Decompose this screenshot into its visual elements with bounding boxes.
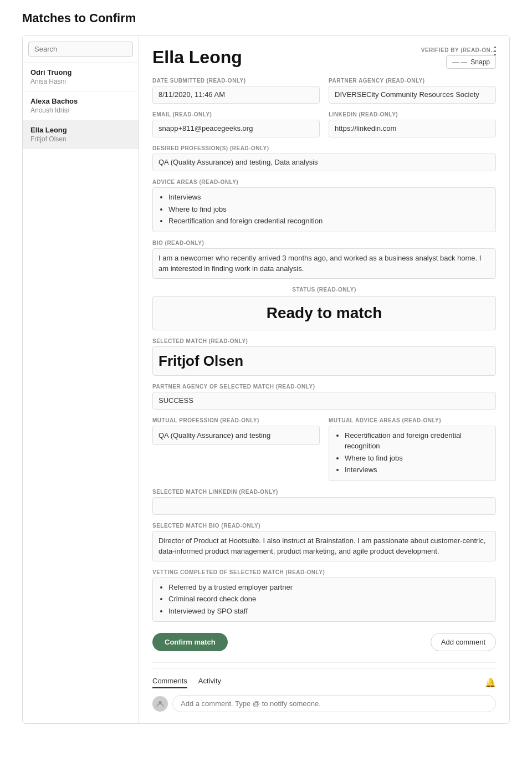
more-options-button[interactable]: ⋮ xyxy=(490,45,500,57)
mutual-advice-value: Recertification and foreign credential r… xyxy=(329,426,496,481)
vetting-item: Interviewed by SPO staff xyxy=(168,606,490,617)
advice-area-item: Where to find jobs xyxy=(168,204,490,215)
mutual-profession-value: QA (Quality Assurance) and testing xyxy=(152,426,320,446)
bio-value: I am a newcomer who recently arrived 3 m… xyxy=(152,248,496,279)
mutual-advice-item: Recertification and foreign credential r… xyxy=(345,430,490,452)
mutual-advice-item: Where to find jobs xyxy=(345,453,490,464)
selected-match-linkedin-label: SELECTED MATCH LINKEDIN (READ-ONLY) xyxy=(152,489,496,495)
mutual-advice-label: MUTUAL ADVICE AREAS (READ-ONLY) xyxy=(329,417,496,423)
sidebar-item-name: Odri Truong xyxy=(30,68,131,76)
sidebar-item-sub: Anoush Idrisi xyxy=(30,106,131,114)
linkedin-field: LINKEDIN (READ-ONLY) https://linkedin.co… xyxy=(329,111,496,137)
selected-match-label: SELECTED MATCH (READ-ONLY) xyxy=(152,338,496,344)
bell-icon[interactable]: 🔔 xyxy=(485,677,496,688)
profession-row: DESIRED PROFESSION(S) (READ-ONLY) QA (Qu… xyxy=(152,145,496,171)
selected-match-bio-label: SELECTED MATCH BIO (READ-ONLY) xyxy=(152,523,496,529)
bio-field: BIO (READ-ONLY) I am a newcomer who rece… xyxy=(152,240,496,279)
status-section: STATUS (READ-ONLY) Ready to match xyxy=(152,287,496,330)
sidebar-item-name: Ella Leong xyxy=(30,126,131,134)
status-label: STATUS (READ-ONLY) xyxy=(152,287,496,293)
add-comment-button[interactable]: Add comment xyxy=(431,633,496,651)
date-submitted-label: DATE SUBMITTED (READ-ONLY) xyxy=(152,78,320,84)
advice-field: ADVICE AREAS (READ-ONLY) InterviewsWhere… xyxy=(152,179,496,232)
tab-activity[interactable]: Activity xyxy=(198,677,221,688)
profession-value: QA (Quality Assurance) and testing, Data… xyxy=(152,154,496,171)
comment-input[interactable] xyxy=(172,695,496,712)
partner-agency-match-value: SUCCESS xyxy=(152,392,496,410)
verified-badge: — — Snapp xyxy=(446,55,496,69)
tab-comments[interactable]: Comments xyxy=(152,677,187,688)
vetting-item: Referred by a trusted employer partner xyxy=(168,582,490,593)
verified-label: VERIFIED BY (READ-ON... xyxy=(421,47,496,53)
profession-label: DESIRED PROFESSION(S) (READ-ONLY) xyxy=(152,145,496,151)
selected-match-linkedin-row: SELECTED MATCH LINKEDIN (READ-ONLY) xyxy=(152,489,496,515)
action-row: Confirm match Add comment xyxy=(152,633,496,651)
advice-row: ADVICE AREAS (READ-ONLY) InterviewsWhere… xyxy=(152,179,496,232)
verified-by-value: Snapp xyxy=(470,58,490,66)
date-submitted-field: DATE SUBMITTED (READ-ONLY) 8/11/2020, 11… xyxy=(152,78,320,104)
main-content-area: ⋮ Ella Leong VERIFIED BY (READ-ON... — —… xyxy=(139,36,509,723)
partner-agency-field: PARTNER AGENCY (READ-ONLY) DIVERSECity C… xyxy=(329,78,496,104)
partner-agency-match-row: PARTNER AGENCY OF SELECTED MATCH (READ-O… xyxy=(152,384,496,410)
advice-area-item: Recertification and foreign credential r… xyxy=(168,216,490,227)
partner-agency-value: DIVERSECity Community Resources Society xyxy=(329,86,496,104)
comments-section: Comments Activity 🔔 xyxy=(152,668,496,712)
selected-match-bio-field: SELECTED MATCH BIO (READ-ONLY) Director … xyxy=(152,523,496,561)
tab-group: Comments Activity xyxy=(152,677,221,688)
sidebar-items-list: Odri Truong Anisa Hasni Alexa Bachos Ano… xyxy=(23,63,139,149)
sidebar-item-name: Alexa Bachos xyxy=(30,97,131,105)
linkedin-value: https://linkedin.com xyxy=(329,120,496,137)
comment-input-row xyxy=(152,695,496,712)
mutual-advice-item: Interviews xyxy=(345,464,490,476)
sidebar-item-sub: Anisa Hasni xyxy=(30,78,131,85)
bio-row: BIO (READ-ONLY) I am a newcomer who rece… xyxy=(152,240,496,279)
sidebar-item-sub: Fritjof Olsen xyxy=(30,135,131,143)
partner-agency-match-field: PARTNER AGENCY OF SELECTED MATCH (READ-O… xyxy=(152,384,496,410)
partner-agency-match-label: PARTNER AGENCY OF SELECTED MATCH (READ-O… xyxy=(152,384,496,390)
main-layout: Odri Truong Anisa Hasni Alexa Bachos Ano… xyxy=(22,35,510,724)
vetting-row: VETTING COMPLETED OF SELECTED MATCH (REA… xyxy=(152,569,496,622)
selected-match-name: Fritjof Olsen xyxy=(152,346,496,376)
mutual-profession-field: MUTUAL PROFESSION (READ-ONLY) QA (Qualit… xyxy=(152,417,320,481)
snapp-icon: — — xyxy=(452,58,467,66)
bio-label: BIO (READ-ONLY) xyxy=(152,240,496,246)
date-submitted-value: 8/11/2020, 11:46 AM xyxy=(152,86,320,104)
linkedin-label: LINKEDIN (READ-ONLY) xyxy=(329,111,496,117)
status-value: Ready to match xyxy=(152,296,496,330)
date-agency-row: DATE SUBMITTED (READ-ONLY) 8/11/2020, 11… xyxy=(152,78,496,104)
profession-field: DESIRED PROFESSION(S) (READ-ONLY) QA (Qu… xyxy=(152,145,496,171)
candidate-header: Ella Leong VERIFIED BY (READ-ON... — — S… xyxy=(152,47,496,69)
comments-tabs: Comments Activity 🔔 xyxy=(152,677,496,688)
selected-match-bio-value: Director of Product at Hootsuite. I also… xyxy=(152,531,496,561)
verified-section: VERIFIED BY (READ-ON... — — Snapp xyxy=(421,47,496,69)
divider xyxy=(152,662,496,663)
email-value: snapp+811@peacegeeks.org xyxy=(152,120,320,137)
sidebar: Odri Truong Anisa Hasni Alexa Bachos Ano… xyxy=(23,36,139,723)
sidebar-item[interactable]: Odri Truong Anisa Hasni xyxy=(23,63,139,91)
page-title: Matches to Confirm xyxy=(22,11,510,25)
email-field: EMAIL (READ-ONLY) snapp+811@peacegeeks.o… xyxy=(152,111,320,137)
vetting-label: VETTING COMPLETED OF SELECTED MATCH (REA… xyxy=(152,569,496,575)
email-label: EMAIL (READ-ONLY) xyxy=(152,111,320,117)
selected-match-linkedin-value xyxy=(152,497,496,515)
search-container xyxy=(23,36,139,63)
mutual-advice-field: MUTUAL ADVICE AREAS (READ-ONLY) Recertif… xyxy=(329,417,496,481)
vetting-item: Criminal record check done xyxy=(168,594,490,605)
search-input[interactable] xyxy=(28,42,133,57)
vetting-field: VETTING COMPLETED OF SELECTED MATCH (REA… xyxy=(152,569,496,622)
advice-area-item: Interviews xyxy=(168,192,490,203)
mutual-row: MUTUAL PROFESSION (READ-ONLY) QA (Qualit… xyxy=(152,417,496,481)
confirm-match-button[interactable]: Confirm match xyxy=(152,633,228,651)
mutual-profession-label: MUTUAL PROFESSION (READ-ONLY) xyxy=(152,417,320,423)
selected-match-linkedin-field: SELECTED MATCH LINKEDIN (READ-ONLY) xyxy=(152,489,496,515)
selected-match-bio-row: SELECTED MATCH BIO (READ-ONLY) Director … xyxy=(152,523,496,561)
partner-agency-label: PARTNER AGENCY (READ-ONLY) xyxy=(329,78,496,84)
sidebar-item[interactable]: Ella Leong Fritjof Olsen xyxy=(23,120,139,149)
vetting-value: Referred by a trusted employer partnerCr… xyxy=(152,577,496,622)
sidebar-item[interactable]: Alexa Bachos Anoush Idrisi xyxy=(23,91,139,120)
advice-value: InterviewsWhere to find jobsRecertificat… xyxy=(152,187,496,232)
email-linkedin-row: EMAIL (READ-ONLY) snapp+811@peacegeeks.o… xyxy=(152,111,496,137)
comment-avatar xyxy=(152,696,168,712)
candidate-name: Ella Leong xyxy=(152,47,242,68)
advice-label: ADVICE AREAS (READ-ONLY) xyxy=(152,179,496,185)
